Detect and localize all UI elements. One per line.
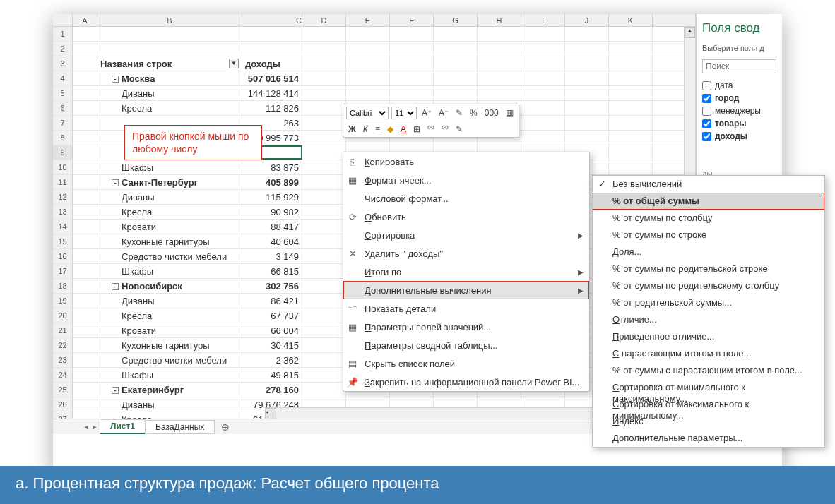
submenu-item[interactable]: Сортировка от минимального к максимально… <box>593 379 824 396</box>
cell[interactable] <box>521 116 565 130</box>
row-header[interactable]: 12 <box>53 190 73 204</box>
cell[interactable] <box>302 308 346 323</box>
filter-dropdown-icon[interactable]: ▼ <box>229 59 239 68</box>
cell[interactable] <box>521 71 565 85</box>
cell[interactable] <box>73 71 97 85</box>
cell[interactable]: 3 149 <box>242 249 302 263</box>
col-header[interactable]: G <box>434 14 478 26</box>
row-header[interactable]: 19 <box>53 294 73 308</box>
context-menu-item[interactable]: Итоги по▶ <box>343 263 589 281</box>
cell[interactable] <box>390 27 434 41</box>
col-header[interactable]: C <box>242 14 302 26</box>
cell[interactable]: Средство чистки мебели <box>97 249 242 263</box>
submenu-item[interactable]: ✓Без вычислений <box>593 176 824 193</box>
field-checkbox[interactable] <box>702 132 711 141</box>
cell[interactable]: 115 929 <box>242 190 302 204</box>
row-header[interactable]: 15 <box>53 234 73 248</box>
tab-nav-next-icon[interactable]: ▸ <box>90 423 100 431</box>
collapse-icon[interactable]: - <box>112 179 119 186</box>
submenu-item[interactable]: % от суммы по строке <box>593 227 824 244</box>
cell[interactable] <box>609 27 653 41</box>
submenu-item[interactable]: % от суммы с нарастающим итогом в поле..… <box>593 362 824 379</box>
cell[interactable] <box>521 42 565 56</box>
cell[interactable] <box>565 42 609 56</box>
cell[interactable]: Кресла <box>97 205 242 219</box>
col-header[interactable]: F <box>390 14 434 26</box>
row-header[interactable]: 23 <box>53 353 73 367</box>
row-header[interactable]: 24 <box>53 368 73 382</box>
cell[interactable]: Кровати <box>97 220 242 234</box>
submenu-item[interactable]: % от суммы по столбцу <box>593 210 824 227</box>
cell[interactable] <box>390 71 434 85</box>
row-header[interactable]: 22 <box>53 338 73 352</box>
row-header[interactable]: 8 <box>53 131 73 145</box>
row-header[interactable]: 9 <box>53 145 73 160</box>
cell[interactable] <box>478 27 521 41</box>
row-header[interactable]: 21 <box>53 323 73 337</box>
font-size-select[interactable]: 11 <box>391 107 417 119</box>
cell[interactable] <box>434 71 478 85</box>
cell[interactable]: -Санкт-Петербург <box>97 175 242 189</box>
row-header[interactable]: 6 <box>53 101 73 115</box>
format-icon[interactable]: ✎ <box>454 124 465 134</box>
col-header[interactable]: K <box>609 14 653 26</box>
field-item[interactable]: товары <box>702 119 776 128</box>
cell[interactable] <box>302 42 346 56</box>
submenu-item[interactable]: Доля... <box>593 244 824 260</box>
cell[interactable] <box>609 42 653 56</box>
context-menu-item[interactable]: 📌Закрепить на информационной панели Powe… <box>343 373 589 391</box>
increase-font-icon[interactable]: A⁺ <box>420 108 434 118</box>
row-header[interactable]: 17 <box>53 264 73 278</box>
cell[interactable] <box>302 116 346 130</box>
cell[interactable] <box>73 101 97 115</box>
cell[interactable] <box>302 190 346 204</box>
cell[interactable] <box>346 42 390 56</box>
row-header[interactable]: 1 <box>53 27 73 41</box>
col-header[interactable]: I <box>521 14 565 26</box>
cell[interactable] <box>73 234 97 248</box>
cell[interactable] <box>73 56 97 71</box>
cell[interactable] <box>346 71 390 85</box>
cell[interactable] <box>73 27 97 41</box>
cell[interactable]: -Новосибирск <box>97 279 242 293</box>
submenu-item[interactable]: % от общей суммы <box>593 193 824 210</box>
cell[interactable] <box>609 101 653 115</box>
cell[interactable] <box>73 323 97 337</box>
cell[interactable] <box>97 42 242 56</box>
cell[interactable]: 144 128 414 <box>242 86 302 100</box>
bold-icon[interactable]: Ж <box>346 124 358 134</box>
cell[interactable]: 112 826 <box>242 101 302 115</box>
cell[interactable] <box>73 308 97 323</box>
context-menu-item[interactable]: Сортировка▶ <box>343 226 589 244</box>
cell[interactable] <box>242 42 302 56</box>
field-checkbox[interactable] <box>702 94 711 103</box>
row-header[interactable]: 26 <box>53 397 73 412</box>
cell[interactable] <box>302 131 346 145</box>
fields-search-input[interactable] <box>702 59 776 73</box>
cell[interactable] <box>73 279 97 293</box>
cell[interactable]: Шкафы <box>97 368 242 382</box>
row-header[interactable]: 16 <box>53 249 73 263</box>
cell[interactable]: 66 815 <box>242 264 302 278</box>
col-header[interactable]: E <box>346 14 390 26</box>
cell[interactable] <box>73 353 97 367</box>
cell[interactable] <box>565 116 609 130</box>
cell[interactable] <box>346 86 390 100</box>
increase-decimal-icon[interactable]: ⁰⁰ <box>425 124 437 134</box>
row-header[interactable]: 11 <box>53 175 73 189</box>
cell[interactable] <box>609 71 653 85</box>
cell[interactable] <box>302 56 346 71</box>
cell[interactable] <box>434 42 478 56</box>
cell[interactable] <box>434 86 478 100</box>
cell[interactable] <box>565 71 609 85</box>
field-item[interactable]: доходы <box>702 131 776 141</box>
context-menu-item[interactable]: ⟳Обновить <box>343 208 589 226</box>
cell[interactable]: Кухонные гарнитуры <box>97 338 242 352</box>
cell[interactable] <box>478 71 521 85</box>
cell[interactable] <box>73 220 97 234</box>
cell[interactable] <box>73 397 97 412</box>
cell[interactable]: 405 899 <box>242 175 302 189</box>
cell[interactable]: 67 737 <box>242 308 302 323</box>
collapse-icon[interactable]: - <box>112 283 119 290</box>
submenu-item[interactable]: % от суммы по родительской строке <box>593 260 824 277</box>
